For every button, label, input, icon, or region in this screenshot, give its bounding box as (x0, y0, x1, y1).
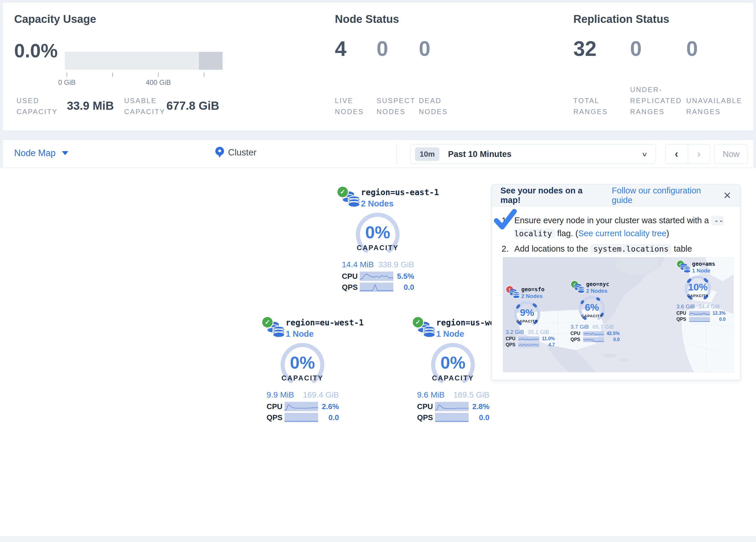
region-nodes-link: 1 Node (692, 267, 715, 274)
cpu-label: CPU (676, 311, 689, 316)
qps-sparkline (518, 343, 539, 348)
axis-tick (67, 73, 67, 77)
qps-value: 4.7 (548, 342, 555, 348)
region-nodes-link[interactable]: 2 Nodes (361, 199, 439, 208)
region-node-eu-west-1[interactable]: ✓ region=eu-west-1 1 Node 0% CAPACITY 9.… (259, 317, 346, 422)
nodes-on-map-popup: See your nodes on a map! Follow our conf… (491, 184, 740, 380)
capacity-percent: 0% (346, 222, 410, 242)
qps-value: 0.0 (613, 337, 620, 342)
time-step-arrows: ‹ › (665, 144, 710, 164)
step-text: ) (666, 229, 669, 238)
cpu-sparkline (583, 331, 604, 336)
total-ranges-count: 32 (573, 37, 597, 60)
capacity-gauge: 6% CAPACITY (573, 296, 610, 322)
used-capacity: 9.9 MiB (267, 390, 294, 400)
cpu-sparkline (435, 402, 469, 411)
axis-tick (112, 73, 113, 77)
chevron-down-icon: ∨ (641, 150, 648, 158)
capacity-caption: CAPACITY (271, 374, 334, 382)
qps-label: QPS (676, 317, 689, 322)
total-capacity: 35.1 GiB (528, 329, 549, 335)
example-node-map: 1 geo=sfo 2 Nodes 9% CAPACITY (503, 257, 734, 372)
step-text: flag. ( (555, 229, 578, 238)
cpu-sparkline (689, 311, 710, 316)
qps-sparkline (689, 317, 710, 322)
time-forward-button[interactable]: › (688, 144, 710, 163)
locality-tree-link[interactable]: See current locality tree (578, 229, 667, 238)
qps-sparkline (583, 337, 604, 342)
qps-label: QPS (506, 342, 518, 348)
cpu-value: 2.8% (472, 402, 489, 411)
usable-capacity-label: USABLE CAPACITY (124, 95, 165, 117)
footer-strip (0, 536, 756, 542)
region-nodes-link[interactable]: 1 Node (286, 329, 364, 339)
suspect-nodes-label: SUSPECT NODES (377, 95, 420, 117)
capacity-gauge: 10% CAPACITY (679, 276, 716, 302)
used-capacity-value: 33.9 MiB (67, 99, 114, 112)
view-selector-label: Node Map (14, 148, 56, 158)
unavailable-ranges-count: 0 (686, 37, 698, 60)
region-node-us-west-1[interactable]: ✓ region=us-west-1 1 Node 0% CAPACITY 9.… (410, 317, 496, 422)
cpu-value: 5.5% (397, 272, 414, 281)
capacity-bar-usable-segment (65, 52, 199, 70)
qps-value: 0.0 (479, 413, 489, 422)
region-label: geo=nyc (586, 281, 609, 287)
capacity-percent: 6% (573, 302, 610, 313)
used-capacity: 9.6 MiB (417, 390, 445, 400)
used-capacity: 3.7 GiB (570, 324, 589, 330)
qps-sparkline (435, 413, 469, 422)
popup-header: See your nodes on a map! Follow our conf… (492, 185, 740, 206)
geo-node-ams[interactable]: ✓ geo=ams 1 Node 10% CAPACITY (676, 260, 734, 322)
capacity-usage-title: Capacity Usage (14, 13, 96, 25)
cpu-value: 2.6% (322, 402, 339, 411)
suspect-nodes-count: 0 (377, 37, 388, 60)
geo-node-nyc[interactable]: ✓ geo=nyc 2 Nodes 6% CAPACITY (570, 281, 636, 342)
configuration-guide-link[interactable]: Follow our configuration guide (612, 186, 723, 205)
step-number: 2. (502, 242, 509, 255)
qps-sparkline (360, 283, 393, 292)
live-nodes-label: LIVE NODES (335, 95, 373, 117)
map-toolbar: Node Map Cluster 10m Past 10 Minutes ∨ ‹… (2, 139, 754, 168)
breadcrumb-cluster[interactable]: Cluster (215, 147, 256, 158)
cluster-summary-bar: Capacity Usage 0.0% 0 GiB 400 GiB USED C… (2, 2, 754, 131)
axis-tick (158, 73, 159, 77)
unavailable-ranges-label: UNAVAILABLE RANGES (686, 95, 747, 117)
capacity-usage-percent: 0.0% (14, 40, 58, 62)
capacity-percent: 9% (509, 307, 546, 318)
qps-value: 0.0 (404, 283, 414, 292)
capacity-bar-other-segment (199, 52, 223, 70)
chevron-down-icon (62, 151, 68, 155)
cpu-sparkline (360, 272, 393, 281)
time-back-button[interactable]: ‹ (665, 144, 688, 163)
popup-title: See your nodes on a map! (500, 186, 604, 205)
database-icon (680, 263, 691, 273)
capacity-usage-bar (65, 52, 223, 70)
capacity-percent: 0% (421, 353, 485, 373)
axis-tick-label: 400 GiB (146, 78, 171, 87)
cpu-sparkline (285, 402, 318, 411)
now-button[interactable]: Now (714, 144, 748, 164)
qps-label: QPS (570, 337, 583, 342)
geo-node-sfo[interactable]: 1 geo=sfo 2 Nodes 9% CAPACITY (505, 286, 572, 348)
total-capacity: 34.4 GiB (698, 304, 720, 310)
capacity-caption: CAPACITY (509, 319, 546, 324)
database-icon (509, 289, 520, 299)
time-range-badge: 10m (415, 147, 439, 161)
capacity-percent: 10% (679, 282, 716, 293)
region-node-us-east-1[interactable]: ✓ region=us-east-1 2 Nodes 0% CAPACITY 1… (334, 187, 421, 292)
cpu-value: 11.0% (542, 336, 555, 341)
close-icon[interactable]: ✕ (723, 190, 732, 200)
view-selector-dropdown[interactable]: Node Map (14, 148, 68, 158)
map-pin-icon (215, 147, 224, 158)
total-capacity: 169.4 GiB (303, 390, 339, 400)
live-nodes-count: 4 (335, 37, 346, 60)
axis-tick-label: 0 GiB (58, 78, 76, 87)
used-capacity: 14.4 MiB (342, 260, 374, 269)
usable-capacity-value: 677.8 GiB (166, 99, 219, 112)
cpu-label: CPU (417, 402, 435, 411)
time-range-select[interactable]: 10m Past 10 Minutes ∨ (410, 144, 656, 164)
used-capacity-label: USED CAPACITY (16, 95, 58, 117)
axis-tick (204, 73, 204, 77)
cpu-value: 12.3% (713, 311, 726, 316)
node-map-canvas: ✓ region=us-east-1 2 Nodes 0% CAPACITY 1… (0, 168, 756, 536)
